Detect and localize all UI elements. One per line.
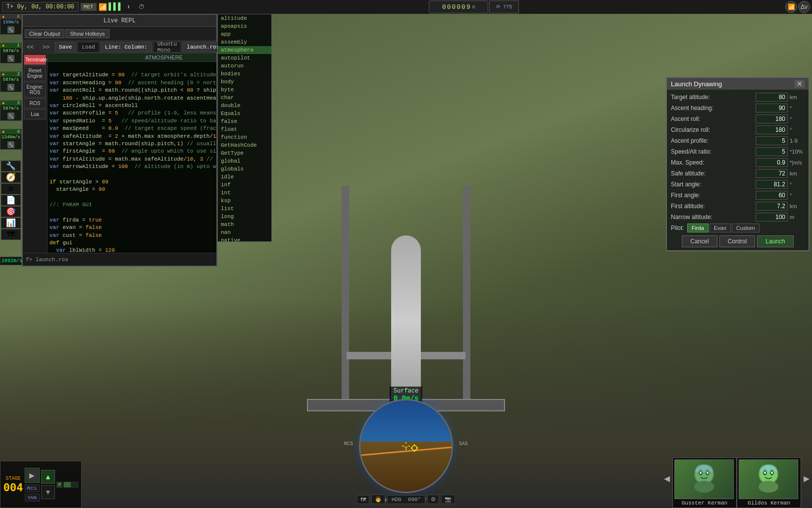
stage-4-dv: 1346m/s [0,134,21,140]
dialog-row-narrow-altitude: Narrow altitude: m [671,213,805,222]
char-nav-left[interactable]: ◀ [661,472,672,485]
ac-item-altitude[interactable]: altitude [218,14,271,22]
tab-font[interactable]: Ubuntu Mono [153,42,182,53]
stage-down-button[interactable]: ▼ [41,485,55,499]
speed-alt-ratio-input[interactable] [756,147,788,156]
ascent-profile-input[interactable] [756,136,788,145]
ac-item-int[interactable]: int [218,189,271,197]
launch-button[interactable]: Launch [757,235,793,247]
nav-fwd-button[interactable]: >> [39,41,53,53]
ac-item-globals[interactable]: globals [218,165,271,173]
stage-yan-button[interactable]: YAN [25,494,40,502]
svg-point-6 [412,446,417,451]
document-icon[interactable]: 📄 [1,195,21,206]
circularize-roll-input[interactable] [756,125,788,134]
pilot-custom-button[interactable]: Custom [732,224,760,232]
character-name-2: Gildos Kerman [739,500,799,506]
top-right-toolbar: 📶 Δv [785,0,812,14]
stage-2-icon[interactable]: 🔧 [7,84,14,91]
ac-item-byte[interactable]: byte [218,86,271,94]
terminate-button[interactable]: Terminate [24,55,46,65]
wifi-icon[interactable]: 📶 [785,1,797,13]
ac-item-char[interactable]: char [218,94,271,102]
ac-item-list[interactable]: list [218,205,271,213]
ac-item-native[interactable]: native [218,236,271,242]
ac-item-inf[interactable]: inf [218,181,271,189]
ac-item-long[interactable]: long [218,213,271,221]
code-editor[interactable]: var targetAltitude = 80 // target orbit'… [48,62,216,253]
mode-indicators: P [56,482,78,488]
launch-dialog-close-button[interactable]: ✕ [795,80,805,88]
settings-nav-button[interactable]: ⚙ [427,495,439,504]
ac-item-bodies[interactable]: bodies [218,70,271,78]
eva-button[interactable]: 👨 [371,495,385,504]
camera-button[interactable]: 📷 [441,495,455,504]
dialog-row-safe-altitude: Safe altitude: km [671,169,805,178]
max-speed-input[interactable] [756,158,788,167]
ac-item-nan[interactable]: nan [218,228,271,236]
map-icon[interactable]: 🗺 [1,229,21,240]
ac-item-autorun[interactable]: autorun [218,62,271,70]
stage-3-icon[interactable]: 🔧 [7,113,14,119]
ac-item-gettype[interactable]: GetType [218,149,271,157]
pilot-evan-button[interactable]: Evan [710,224,731,232]
ac-item-autopilot[interactable]: autopilot [218,54,271,62]
ac-item-double[interactable]: double [218,102,271,110]
launch-dialog-title-text: Launch Dynawing [671,80,722,88]
ac-item-app[interactable]: app [218,30,271,38]
cancel-button[interactable]: Cancel [682,235,717,247]
stage-1-icon[interactable]: 🔧 [7,55,14,62]
stage-action-button[interactable]: ▶ [25,468,40,483]
ac-item-false[interactable]: false [218,117,271,125]
stage-up-button[interactable]: ▲ [41,470,55,484]
ac-item-assembly[interactable]: assembly [218,38,271,46]
control-button[interactable]: Control [719,235,756,247]
tab-load[interactable]: Load [77,42,99,53]
tab-save[interactable]: Save [54,42,76,53]
map-view-button[interactable]: 🗺 [357,495,369,504]
stage-indicator-2: ▲ 2 587m/s 🔧 [0,71,22,92]
ac-item-function[interactable]: function [218,133,271,141]
safe-altitude-input[interactable] [756,169,788,178]
ac-item-body[interactable]: body [218,78,271,86]
stage-rc-button[interactable]: RC:L [25,484,40,492]
start-angle-input[interactable] [756,180,788,189]
chart-icon[interactable]: 📊 [1,218,21,228]
signal-icon[interactable]: 📶 [98,1,108,12]
show-hotkeys-button[interactable]: Show Hotkeys [65,29,109,38]
slider-bar[interactable] [63,482,78,488]
terminal-nav: << >> Save Load Line: Column: Ubuntu Mon… [23,41,216,54]
ac-item-gethashcode[interactable]: GetHashCode [218,141,271,149]
terminal-toolbar: Clear Output Show Hotkeys [23,27,216,41]
lua-button[interactable]: Lua [24,109,46,119]
engine-ros-button[interactable]: Engine: ROS [24,82,46,98]
ros-button[interactable]: ROS [24,98,46,109]
ascent-heading-input[interactable] [756,104,788,113]
ac-item-apoapsis[interactable]: apoapsis [218,22,271,30]
first-altitude-input[interactable] [756,202,788,211]
ascent-roll-input[interactable] [756,114,788,123]
target-icon[interactable]: 🎯 [1,206,21,217]
ac-item-atmosphere[interactable]: atmosphere [218,46,271,54]
navball-sphere[interactable] [359,399,453,493]
pilot-firda-button[interactable]: Firda [687,224,709,232]
ac-item-float[interactable]: float [218,125,271,133]
ac-item-ksp[interactable]: ksp [218,197,271,205]
delta-icon[interactable]: Δv [798,1,810,13]
compass-icon[interactable]: 🧭 [1,172,21,183]
char-nav-right[interactable]: ▶ [801,472,812,485]
clear-output-button[interactable]: Clear Output [25,29,64,38]
ac-item-idle[interactable]: idle [218,173,271,181]
ac-item-equals[interactable]: Equals [218,110,271,117]
nav-back-button[interactable]: << [23,41,38,53]
stage-4-icon[interactable]: 🔧 [7,141,14,148]
narrow-altitude-input[interactable] [756,213,788,222]
ac-item-global[interactable]: global [218,157,271,165]
target-altitude-input[interactable] [756,93,788,102]
first-angle-input[interactable] [756,191,788,200]
gear-icon[interactable]: ⚙ [1,183,21,194]
ac-item-math[interactable]: math [218,221,271,228]
stage-0-icon[interactable]: 🔧 [7,26,14,33]
wrench-icon[interactable]: 🔧 [1,161,21,171]
reset-engine-button[interactable]: Reset Engine [24,65,46,81]
